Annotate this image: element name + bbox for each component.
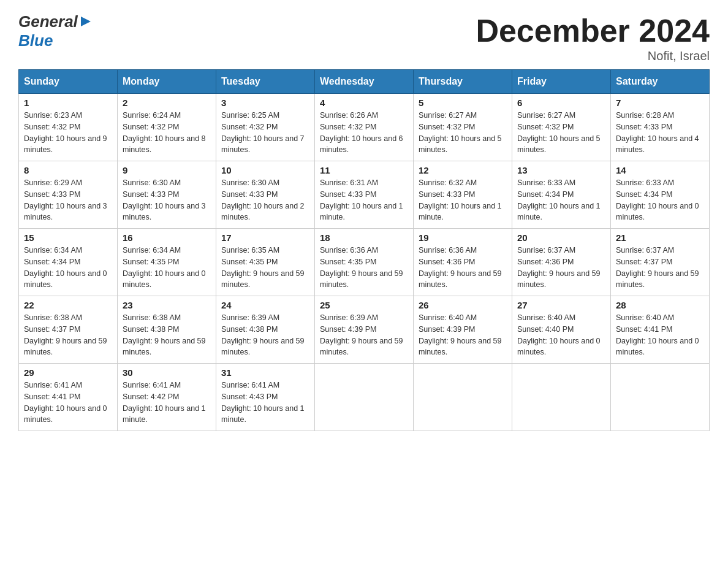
week-row-1: 1 Sunrise: 6:23 AM Sunset: 4:32 PM Dayli…	[19, 94, 710, 161]
day-cell-18: 18 Sunrise: 6:36 AM Sunset: 4:35 PM Dayl…	[315, 229, 414, 296]
day-info: Sunrise: 6:27 AM Sunset: 4:32 PM Dayligh…	[517, 110, 605, 156]
day-cell-16: 16 Sunrise: 6:34 AM Sunset: 4:35 PM Dayl…	[118, 229, 216, 296]
day-cell-21: 21 Sunrise: 6:37 AM Sunset: 4:37 PM Dayl…	[611, 229, 710, 296]
day-number: 2	[123, 98, 211, 108]
day-cell-29: 29 Sunrise: 6:41 AM Sunset: 4:41 PM Dayl…	[19, 364, 118, 431]
day-cell-13: 13 Sunrise: 6:33 AM Sunset: 4:34 PM Dayl…	[512, 161, 611, 229]
day-number: 7	[616, 98, 704, 108]
day-info: Sunrise: 6:36 AM Sunset: 4:35 PM Dayligh…	[320, 245, 408, 291]
day-number: 16	[123, 232, 211, 243]
weekday-header-thursday: Thursday	[414, 70, 512, 94]
week-row-4: 22 Sunrise: 6:38 AM Sunset: 4:37 PM Dayl…	[19, 296, 710, 364]
day-info: Sunrise: 6:39 AM Sunset: 4:39 PM Dayligh…	[320, 312, 408, 358]
empty-cell	[414, 364, 512, 431]
day-cell-25: 25 Sunrise: 6:39 AM Sunset: 4:39 PM Dayl…	[315, 296, 414, 364]
day-number: 26	[419, 300, 507, 310]
day-info: Sunrise: 6:29 AM Sunset: 4:33 PM Dayligh…	[24, 177, 112, 223]
day-cell-23: 23 Sunrise: 6:38 AM Sunset: 4:38 PM Dayl…	[118, 296, 216, 364]
day-info: Sunrise: 6:41 AM Sunset: 4:42 PM Dayligh…	[123, 380, 211, 426]
day-info: Sunrise: 6:34 AM Sunset: 4:34 PM Dayligh…	[24, 245, 112, 291]
svg-marker-0	[81, 17, 91, 26]
title-area: December 2024 Nofit, Israel	[476, 12, 710, 63]
day-info: Sunrise: 6:27 AM Sunset: 4:32 PM Dayligh…	[419, 110, 507, 156]
day-info: Sunrise: 6:40 AM Sunset: 4:41 PM Dayligh…	[616, 312, 704, 358]
day-number: 17	[221, 232, 309, 243]
day-number: 29	[24, 367, 112, 378]
day-cell-22: 22 Sunrise: 6:38 AM Sunset: 4:37 PM Dayl…	[19, 296, 118, 364]
day-info: Sunrise: 6:32 AM Sunset: 4:33 PM Dayligh…	[419, 177, 507, 223]
day-cell-20: 20 Sunrise: 6:37 AM Sunset: 4:36 PM Dayl…	[512, 229, 611, 296]
calendar-table: SundayMondayTuesdayWednesdayThursdayFrid…	[18, 69, 710, 431]
empty-cell	[315, 364, 414, 431]
day-info: Sunrise: 6:26 AM Sunset: 4:32 PM Dayligh…	[320, 110, 408, 156]
day-cell-6: 6 Sunrise: 6:27 AM Sunset: 4:32 PM Dayli…	[512, 94, 611, 161]
logo: General Blue	[18, 12, 92, 50]
day-info: Sunrise: 6:35 AM Sunset: 4:35 PM Dayligh…	[221, 245, 309, 291]
day-number: 21	[616, 232, 704, 243]
day-info: Sunrise: 6:40 AM Sunset: 4:40 PM Dayligh…	[517, 312, 605, 358]
day-cell-1: 1 Sunrise: 6:23 AM Sunset: 4:32 PM Dayli…	[19, 94, 118, 161]
day-number: 28	[616, 300, 704, 310]
day-cell-11: 11 Sunrise: 6:31 AM Sunset: 4:33 PM Dayl…	[315, 161, 414, 229]
day-cell-27: 27 Sunrise: 6:40 AM Sunset: 4:40 PM Dayl…	[512, 296, 611, 364]
weekday-header-saturday: Saturday	[611, 70, 710, 94]
day-number: 6	[517, 98, 605, 108]
header-area: General Blue December 2024 Nofit, Israel	[18, 12, 710, 63]
weekday-header-wednesday: Wednesday	[315, 70, 414, 94]
day-info: Sunrise: 6:37 AM Sunset: 4:36 PM Dayligh…	[517, 245, 605, 291]
day-info: Sunrise: 6:37 AM Sunset: 4:37 PM Dayligh…	[616, 245, 704, 291]
weekday-header-tuesday: Tuesday	[216, 70, 315, 94]
day-info: Sunrise: 6:41 AM Sunset: 4:41 PM Dayligh…	[24, 380, 112, 426]
day-number: 20	[517, 232, 605, 243]
day-cell-15: 15 Sunrise: 6:34 AM Sunset: 4:34 PM Dayl…	[19, 229, 118, 296]
day-info: Sunrise: 6:25 AM Sunset: 4:32 PM Dayligh…	[221, 110, 309, 156]
day-info: Sunrise: 6:33 AM Sunset: 4:34 PM Dayligh…	[517, 177, 605, 223]
empty-cell	[512, 364, 611, 431]
logo-arrow-icon	[80, 15, 92, 28]
day-number: 9	[123, 165, 211, 175]
location: Nofit, Israel	[476, 49, 710, 63]
day-cell-2: 2 Sunrise: 6:24 AM Sunset: 4:32 PM Dayli…	[118, 94, 216, 161]
day-number: 3	[221, 98, 309, 108]
day-info: Sunrise: 6:34 AM Sunset: 4:35 PM Dayligh…	[123, 245, 211, 291]
day-number: 31	[221, 367, 309, 378]
day-number: 25	[320, 300, 408, 310]
day-info: Sunrise: 6:30 AM Sunset: 4:33 PM Dayligh…	[123, 177, 211, 223]
day-number: 19	[419, 232, 507, 243]
day-info: Sunrise: 6:38 AM Sunset: 4:38 PM Dayligh…	[123, 312, 211, 358]
week-row-5: 29 Sunrise: 6:41 AM Sunset: 4:41 PM Dayl…	[19, 364, 710, 431]
day-number: 22	[24, 300, 112, 310]
weekday-header-friday: Friday	[512, 70, 611, 94]
day-number: 5	[419, 98, 507, 108]
day-info: Sunrise: 6:39 AM Sunset: 4:38 PM Dayligh…	[221, 312, 309, 358]
day-cell-19: 19 Sunrise: 6:36 AM Sunset: 4:36 PM Dayl…	[414, 229, 512, 296]
weekday-header-row: SundayMondayTuesdayWednesdayThursdayFrid…	[19, 70, 710, 94]
day-number: 18	[320, 232, 408, 243]
day-info: Sunrise: 6:31 AM Sunset: 4:33 PM Dayligh…	[320, 177, 408, 223]
day-number: 12	[419, 165, 507, 175]
day-cell-17: 17 Sunrise: 6:35 AM Sunset: 4:35 PM Dayl…	[216, 229, 315, 296]
day-cell-14: 14 Sunrise: 6:33 AM Sunset: 4:34 PM Dayl…	[611, 161, 710, 229]
day-info: Sunrise: 6:40 AM Sunset: 4:39 PM Dayligh…	[419, 312, 507, 358]
day-info: Sunrise: 6:33 AM Sunset: 4:34 PM Dayligh…	[616, 177, 704, 223]
day-info: Sunrise: 6:23 AM Sunset: 4:32 PM Dayligh…	[24, 110, 112, 156]
day-cell-4: 4 Sunrise: 6:26 AM Sunset: 4:32 PM Dayli…	[315, 94, 414, 161]
day-info: Sunrise: 6:24 AM Sunset: 4:32 PM Dayligh…	[123, 110, 211, 156]
day-cell-12: 12 Sunrise: 6:32 AM Sunset: 4:33 PM Dayl…	[414, 161, 512, 229]
day-number: 27	[517, 300, 605, 310]
day-info: Sunrise: 6:38 AM Sunset: 4:37 PM Dayligh…	[24, 312, 112, 358]
day-info: Sunrise: 6:28 AM Sunset: 4:33 PM Dayligh…	[616, 110, 704, 156]
day-number: 24	[221, 300, 309, 310]
day-cell-28: 28 Sunrise: 6:40 AM Sunset: 4:41 PM Dayl…	[611, 296, 710, 364]
logo-blue: Blue	[18, 31, 92, 50]
day-cell-3: 3 Sunrise: 6:25 AM Sunset: 4:32 PM Dayli…	[216, 94, 315, 161]
day-number: 14	[616, 165, 704, 175]
day-cell-7: 7 Sunrise: 6:28 AM Sunset: 4:33 PM Dayli…	[611, 94, 710, 161]
day-number: 11	[320, 165, 408, 175]
day-info: Sunrise: 6:41 AM Sunset: 4:43 PM Dayligh…	[221, 380, 309, 426]
empty-cell	[611, 364, 710, 431]
day-number: 1	[24, 98, 112, 108]
day-cell-31: 31 Sunrise: 6:41 AM Sunset: 4:43 PM Dayl…	[216, 364, 315, 431]
weekday-header-monday: Monday	[118, 70, 216, 94]
day-cell-26: 26 Sunrise: 6:40 AM Sunset: 4:39 PM Dayl…	[414, 296, 512, 364]
